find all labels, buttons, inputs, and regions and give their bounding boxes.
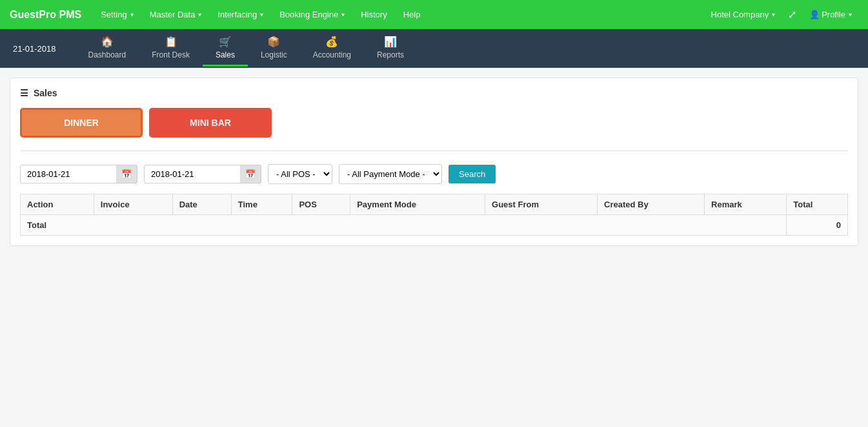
- secnav-dashboard[interactable]: 🏠 Dashboard: [76, 30, 139, 67]
- secnav-sales[interactable]: 🛒 Sales: [203, 30, 248, 67]
- hotel-company-label: Hotel Company: [711, 10, 769, 19]
- secnav-reports[interactable]: 📊 Reports: [364, 30, 417, 67]
- brand-logo: GuestPro PMS: [10, 9, 81, 21]
- pos-select[interactable]: - All POS - DINNER MINI BAR: [268, 164, 332, 184]
- dinner-button[interactable]: DINNER: [20, 108, 143, 138]
- total-label: Total: [21, 215, 787, 236]
- pos-buttons-container: DINNER MINI BAR: [20, 108, 848, 151]
- col-remark: Remark: [705, 194, 787, 215]
- table-header-row: Action Invoice Date Time POS Payment Mod…: [21, 194, 848, 215]
- payment-mode-select[interactable]: - All Payment Mode - Cash Credit Card Ro…: [339, 164, 442, 184]
- col-payment-mode: Payment Mode: [350, 194, 485, 215]
- masterdata-chevron-icon: ▾: [198, 11, 201, 18]
- top-nav-items: Setting ▾ Master Data ▾ Interfacing ▾ Bo…: [94, 6, 704, 23]
- minibar-button[interactable]: MINI BAR: [149, 108, 272, 138]
- secnav-accounting-label: Accounting: [313, 50, 351, 59]
- profile-label: Profile: [822, 10, 845, 19]
- sec-nav-items: 🏠 Dashboard 📋 Front Desk 🛒 Sales 📦 Logis…: [76, 30, 418, 67]
- table-icon: ☰: [20, 88, 28, 98]
- section-title: ☰ Sales: [20, 88, 848, 98]
- table-body: Total 0: [21, 215, 848, 236]
- logistic-icon: 📦: [267, 36, 280, 48]
- secnav-accounting[interactable]: 💰 Accounting: [300, 30, 364, 67]
- secnav-logistic[interactable]: 📦 Logistic: [248, 30, 300, 67]
- col-guest-from: Guest From: [485, 194, 598, 215]
- date-to-wrapper: 📅: [144, 165, 261, 183]
- main-content: ☰ Sales DINNER MINI BAR 📅 📅 - All POS - …: [10, 78, 858, 246]
- nav-setting[interactable]: Setting ▾: [94, 6, 139, 23]
- col-created-by: Created By: [598, 194, 705, 215]
- sales-icon: 🛒: [219, 36, 232, 48]
- secnav-frontdesk-label: Front Desk: [152, 50, 190, 59]
- nav-hotel-company[interactable]: Hotel Company ▾: [705, 6, 782, 23]
- table-total-row: Total 0: [21, 215, 848, 236]
- filter-row: 📅 📅 - All POS - DINNER MINI BAR - All Pa…: [20, 164, 848, 184]
- top-navbar: GuestPro PMS Setting ▾ Master Data ▾ Int…: [0, 0, 868, 29]
- date-from-input[interactable]: [20, 165, 123, 183]
- expand-icon[interactable]: ⤢: [788, 8, 796, 21]
- col-pos: POS: [292, 194, 350, 215]
- date-from-wrapper: 📅: [20, 165, 137, 183]
- frontdesk-icon: 📋: [165, 36, 177, 48]
- secnav-logistic-label: Logistic: [261, 50, 287, 59]
- sales-table: Action Invoice Date Time POS Payment Mod…: [20, 194, 848, 236]
- search-button[interactable]: Search: [449, 165, 496, 183]
- table-header: Action Invoice Date Time POS Payment Mod…: [21, 194, 848, 215]
- setting-chevron-icon: ▾: [130, 11, 134, 18]
- date-to-calendar-icon[interactable]: 📅: [240, 165, 261, 183]
- secnav-reports-label: Reports: [377, 50, 404, 59]
- secondary-navbar: 21-01-2018 🏠 Dashboard 📋 Front Desk 🛒 Sa…: [0, 29, 868, 68]
- date-from-calendar-icon[interactable]: 📅: [116, 165, 137, 183]
- current-date: 21-01-2018: [13, 44, 56, 54]
- col-total: Total: [787, 194, 848, 215]
- booking-chevron-icon: ▾: [341, 11, 345, 18]
- top-nav-right: Hotel Company ▾ ⤢ 👤 Profile ▾: [705, 6, 858, 23]
- reports-icon: 📊: [384, 36, 397, 48]
- col-action: Action: [21, 194, 94, 215]
- nav-booking-engine[interactable]: Booking Engine ▾: [273, 6, 351, 23]
- secnav-dashboard-label: Dashboard: [88, 50, 126, 59]
- dashboard-icon: 🏠: [101, 36, 114, 48]
- accounting-icon: 💰: [325, 36, 338, 48]
- nav-profile[interactable]: 👤 Profile ▾: [803, 6, 858, 23]
- interfacing-chevron-icon: ▾: [260, 11, 263, 18]
- nav-master-data[interactable]: Master Data ▾: [143, 6, 208, 23]
- profile-chevron-icon: ▾: [849, 11, 852, 18]
- nav-interfacing[interactable]: Interfacing ▾: [211, 6, 270, 23]
- date-to-input[interactable]: [144, 165, 247, 183]
- company-chevron-icon: ▾: [772, 11, 775, 18]
- total-value: 0: [787, 215, 848, 236]
- nav-history[interactable]: History: [354, 6, 393, 23]
- nav-help[interactable]: Help: [397, 6, 427, 23]
- secnav-frontdesk[interactable]: 📋 Front Desk: [139, 30, 203, 67]
- col-invoice: Invoice: [94, 194, 172, 215]
- col-time: Time: [231, 194, 292, 215]
- col-date: Date: [172, 194, 231, 215]
- secnav-sales-label: Sales: [216, 50, 235, 59]
